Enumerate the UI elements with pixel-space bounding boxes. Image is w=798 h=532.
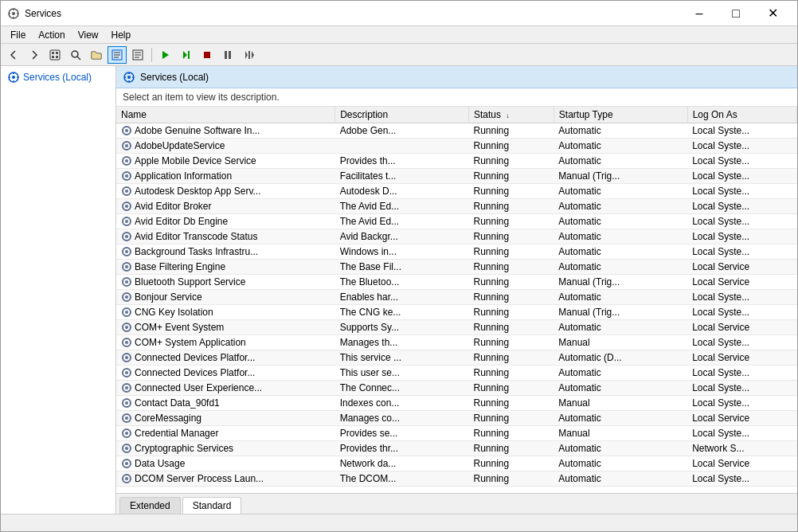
table-row[interactable]: DCOM Server Process Laun...The DCOM...Ru… [116,471,797,487]
table-cell: Running [469,275,554,290]
table-cell: Data Usage [116,456,335,471]
tab-extended[interactable]: Extended [119,497,181,514]
svg-point-69 [125,326,128,329]
col-header-logon[interactable]: Log On As [687,107,796,123]
service-name-text: Connected Devices Platfor... [135,352,255,363]
table-cell: Automatic [554,260,687,275]
service-name-text: Connected User Experience... [135,382,262,393]
pause-service-button[interactable] [218,46,237,64]
menu-help[interactable]: Help [105,28,138,42]
restart-service-button[interactable] [239,46,258,64]
service-name-cell: CoreMessaging [121,413,331,424]
tab-standard[interactable]: Standard [182,497,242,514]
table-cell [335,139,469,154]
table-cell: Automatic [554,320,687,335]
table-cell: Local Syste... [687,305,796,320]
table-row[interactable]: Contact Data_90fd1Indexes con...RunningM… [116,396,797,411]
service-name-text: Bluetooth Support Service [135,276,245,288]
col-header-status[interactable]: Status ↓ [469,107,554,123]
forward-button[interactable] [25,46,44,64]
table-row[interactable]: Adobe Genuine Software In...Adobe Gen...… [116,123,797,139]
table-row[interactable]: Application InformationFacilitates t...R… [116,169,797,184]
table-cell: Provides se... [335,426,469,441]
table-row[interactable]: Background Tasks Infrastru...Windows in.… [116,244,797,260]
service-name-cell: Avid Editor Broker [121,201,331,212]
table-cell: Running [469,471,554,487]
menu-file[interactable]: File [4,28,32,42]
list-view-button[interactable] [128,46,147,64]
table-cell: Local Syste... [687,154,796,169]
col-header-description[interactable]: Description [335,107,469,123]
svg-rect-23 [188,51,190,59]
service-name-cell: Apple Mobile Device Service [121,155,331,166]
table-cell: Local Syste... [687,123,796,139]
service-name-cell: Connected Devices Platfor... [121,367,331,378]
service-gear-icon [121,186,132,197]
table-row[interactable]: Connected User Experience...The Connec..… [116,381,797,396]
table-cell: Automatic [554,214,687,229]
service-name-cell: Cryptographic Services [121,443,331,454]
up-button[interactable] [45,46,65,64]
service-name-cell: Application Information [121,170,331,182]
start-service-alt-button[interactable] [177,46,196,64]
table-row[interactable]: AdobeUpdateServiceRunningAutomaticLocal … [116,139,797,154]
table-row[interactable]: Autodesk Desktop App Serv...Autodesk D..… [116,184,797,199]
menu-action[interactable]: Action [32,28,71,42]
table-cell: Automatic [554,229,687,244]
table-row[interactable]: Avid Editor BrokerThe Avid Ed...RunningA… [116,199,797,214]
table-row[interactable]: COM+ Event SystemSupports Sy...RunningAu… [116,320,797,335]
content-area: Services (Local) Select an item to view … [116,66,797,514]
stop-service-button[interactable] [198,46,217,64]
service-gear-icon [121,291,132,303]
table-row[interactable]: CNG Key IsolationThe CNG ke...RunningMan… [116,305,797,320]
table-row[interactable]: COM+ System ApplicationManages th...Runn… [116,335,797,350]
table-row[interactable]: Connected Devices Platfor...This user se… [116,366,797,381]
table-row[interactable]: Credential ManagerProvides se...RunningM… [116,426,797,441]
sidebar-item-services-local[interactable]: Services (Local) [4,69,112,85]
table-cell: Automatic [554,471,687,487]
status-bar [1,514,797,531]
table-row[interactable]: Avid Editor Db EngineThe Avid Ed...Runni… [116,214,797,229]
close-button[interactable]: ✕ [754,1,791,26]
table-row[interactable]: CoreMessagingManages co...RunningAutomat… [116,411,797,426]
table-row[interactable]: Data UsageNetwork da...RunningAutomaticL… [116,456,797,471]
search-button[interactable] [66,46,85,64]
table-cell: Automatic [554,199,687,214]
table-row[interactable]: Avid Editor Transcode StatusAvid Backgr.… [116,229,797,244]
col-header-startup[interactable]: Startup Type [554,107,687,123]
maximize-button[interactable]: □ [718,1,754,26]
table-cell: Local Syste... [687,366,796,381]
svg-rect-8 [52,56,54,58]
col-header-name[interactable]: Name [116,107,335,123]
table-cell: Running [469,244,554,260]
table-row[interactable]: Connected Devices Platfor...This service… [116,350,797,366]
table-container[interactable]: Name Description Status ↓ Startup Type L… [116,107,797,493]
table-row[interactable]: Bluetooth Support ServiceThe Bluetoo...R… [116,275,797,290]
table-cell: Running [469,335,554,350]
service-name-text: Base Filtering Engine [135,261,225,272]
table-row[interactable]: Base Filtering EngineThe Base Fil...Runn… [116,260,797,275]
content-header-icon [123,71,135,84]
table-cell: CNG Key Isolation [116,305,335,320]
table-cell: Running [469,350,554,366]
service-name-text: CNG Key Isolation [135,307,213,318]
table-cell: Contact Data_90fd1 [116,396,335,411]
table-row[interactable]: Bonjour ServiceEnables har...RunningAuto… [116,290,797,305]
services-view-button[interactable] [108,46,127,64]
table-row[interactable]: Cryptographic ServicesProvides thr...Run… [116,441,797,456]
table-cell: Automatic [554,244,687,260]
folder-button[interactable] [87,46,106,64]
svg-point-55 [125,220,128,223]
table-cell: Autodesk Desktop App Serv... [116,184,335,199]
table-cell: Running [469,139,554,154]
table-cell: The CNG ke... [335,305,469,320]
start-service-button[interactable] [156,46,175,64]
svg-point-81 [125,417,128,420]
service-name-text: CoreMessaging [135,413,201,424]
service-name-text: Data Usage [135,458,185,469]
back-button[interactable] [4,46,23,64]
svg-marker-27 [245,51,248,59]
menu-view[interactable]: View [72,28,105,42]
minimize-button[interactable]: – [681,1,718,26]
table-row[interactable]: Apple Mobile Device ServiceProvides th..… [116,154,797,169]
